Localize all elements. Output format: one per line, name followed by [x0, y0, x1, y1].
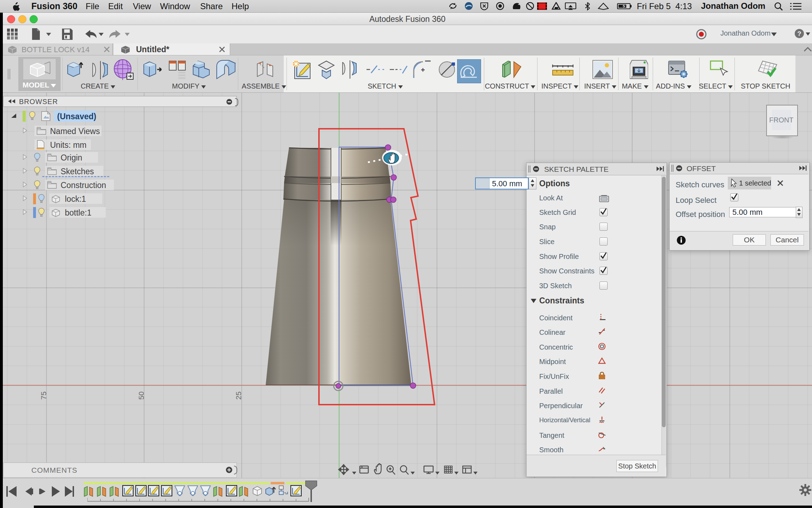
- svg-text:?: ?: [797, 30, 801, 37]
- svg-text:75: 75: [39, 392, 48, 400]
- svg-text:50: 50: [137, 392, 145, 400]
- svg-text:25: 25: [234, 392, 242, 400]
